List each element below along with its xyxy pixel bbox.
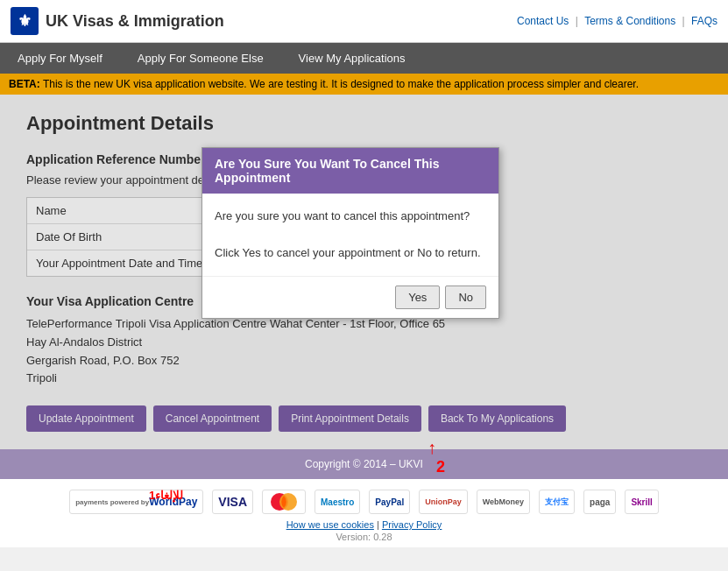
beta-banner: BETA: This is the new UK visa applicatio… bbox=[0, 74, 728, 95]
cookies-link[interactable]: How we use cookies bbox=[286, 519, 374, 530]
number-annotation: 2 bbox=[436, 458, 445, 476]
faqs-link[interactable]: FAQs bbox=[691, 15, 717, 27]
visa-logo: VISA bbox=[212, 490, 253, 514]
footer-copyright: Copyright © 2014 – UKVI bbox=[0, 449, 728, 479]
top-links: Contact Us | Terms & Conditions | FAQs bbox=[517, 15, 717, 27]
arabic-annotation: للإلغاء1 bbox=[149, 489, 183, 502]
logo-area: ⚜ UK Visas & Immigration bbox=[11, 7, 224, 35]
svg-text:⚜: ⚜ bbox=[18, 12, 32, 30]
footer-logos: payments powered by WorldPay VISA Maestr… bbox=[0, 479, 728, 547]
modal-yes-button[interactable]: Yes bbox=[395, 286, 440, 309]
copyright-text: Copyright © 2014 – UKVI bbox=[305, 458, 423, 470]
beta-prefix: BETA: bbox=[9, 78, 40, 90]
contact-link[interactable]: Contact Us bbox=[517, 15, 569, 27]
modal-body-line1: Are you sure you want to cancel this app… bbox=[215, 208, 486, 226]
beta-text: This is the new UK visa application webs… bbox=[40, 78, 639, 90]
paypal-logo: PayPal bbox=[369, 490, 410, 514]
maestro-logo: Maestro bbox=[315, 490, 360, 514]
privacy-link[interactable]: Privacy Policy bbox=[382, 519, 442, 530]
paga-logo: paga bbox=[583, 490, 616, 514]
modal-body: Are you sure you want to cancel this app… bbox=[202, 194, 498, 276]
logo-text: UK Visas & Immigration bbox=[46, 12, 224, 31]
modal-body-line2: Click Yes to cancel your appointment or … bbox=[215, 244, 486, 263]
footer-links: How we use cookies | Privacy Policy bbox=[0, 519, 728, 530]
confirm-cancel-modal: Are You Sure You Want To Cancel This App… bbox=[201, 147, 499, 319]
main-nav: Apply For Myself Apply For Someone Else … bbox=[0, 43, 728, 74]
logo-icon: ⚜ bbox=[11, 7, 39, 35]
top-header: ⚜ UK Visas & Immigration Contact Us | Te… bbox=[0, 0, 728, 43]
main-content: Appointment Details Application Referenc… bbox=[0, 95, 728, 449]
nav-apply-someone-else[interactable]: Apply For Someone Else bbox=[120, 43, 281, 74]
unionpay-logo: UnionPay bbox=[419, 490, 468, 514]
modal-header: Are You Sure You Want To Cancel This App… bbox=[202, 148, 498, 194]
footer-version: Version: 0.28 bbox=[0, 532, 728, 542]
alipay-logo: 支付宝 bbox=[539, 490, 575, 514]
nav-view-applications[interactable]: View My Applications bbox=[281, 43, 423, 74]
skrill-logo: Skrill bbox=[625, 490, 658, 514]
terms-link[interactable]: Terms & Conditions bbox=[584, 15, 675, 27]
mastercard-logo bbox=[262, 490, 306, 514]
worldpay-logo: payments powered by WorldPay bbox=[69, 490, 203, 514]
modal-footer: Yes No bbox=[202, 276, 498, 318]
nav-apply-myself[interactable]: Apply For Myself bbox=[0, 43, 120, 74]
webmoney-logo: WebMoney bbox=[477, 490, 530, 514]
modal-no-button[interactable]: No bbox=[445, 286, 486, 309]
payment-logos-row: payments powered by WorldPay VISA Maestr… bbox=[0, 490, 728, 514]
